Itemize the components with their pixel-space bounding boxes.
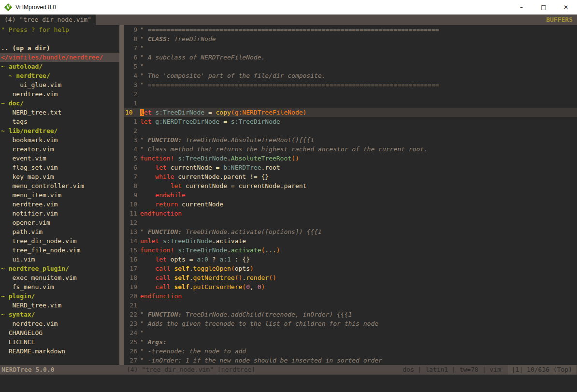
tree-file-item[interactable]: creator.vim: [0, 145, 119, 154]
code-text: endfunction: [140, 291, 182, 301]
line-number: 26: [124, 347, 140, 356]
vertical-split-separator[interactable]: [119, 25, 124, 365]
code-line[interactable]: 7": [124, 44, 577, 53]
code-line[interactable]: 5function! s:TreeDirNode.AbsoluteTreeRoo…: [124, 154, 577, 163]
code-text: unlet s:TreeDirNode.activate: [140, 236, 246, 246]
tree-file-item[interactable]: menu_item.vim: [0, 190, 119, 200]
code-text: call self.getNerdtree().render(): [140, 273, 276, 282]
code-line[interactable]: 2: [124, 89, 577, 99]
nerdtree-version-status: NERDTree 5.0.0: [0, 365, 124, 375]
tabline: (4) "tree_dir_node.vim" BUFFERS: [0, 15, 577, 25]
tree-file-item[interactable]: NERD_tree.vim: [0, 301, 119, 310]
tree-file-item[interactable]: LICENCE: [0, 337, 119, 347]
tree-dir-item[interactable]: ~ nerdtree_plugin/: [0, 264, 119, 273]
line-number: 19: [124, 282, 140, 291]
code-line[interactable]: 2: [124, 126, 577, 135]
buffers-label: BUFFERS: [542, 15, 577, 25]
tree-file-item[interactable]: tags: [0, 117, 119, 126]
tree-dir-item[interactable]: ~ lib/nerdtree/: [0, 126, 119, 135]
tree-file-item[interactable]: menu_controller.vim: [0, 181, 119, 190]
code-line[interactable]: 25" Args:: [124, 337, 577, 347]
code-line[interactable]: 26" -treenode: the node to add: [124, 347, 577, 356]
code-line[interactable]: 8" CLASS: TreeDirNode: [124, 34, 577, 44]
code-line[interactable]: 24": [124, 328, 577, 337]
line-number: 11: [124, 209, 140, 218]
close-button[interactable]: ✕: [555, 0, 577, 15]
code-text: while currentNode.parent != {}: [140, 172, 269, 181]
code-line[interactable]: 10 return currentNode: [124, 200, 577, 209]
code-line[interactable]: 17 call self.toggleOpen(opts): [124, 264, 577, 273]
code-line[interactable]: 9 endwhile: [124, 190, 577, 200]
code-line[interactable]: 1let g:NERDTreeDirNode = s:TreeDirNode: [124, 117, 577, 126]
line-number: 4: [124, 71, 140, 80]
tree-file-item[interactable]: ui_glue.vim: [0, 80, 119, 89]
code-text: " FUNCTION: TreeDirNode.addChild(treenod…: [140, 310, 352, 319]
tree-file-item[interactable]: flag_set.vim: [0, 163, 119, 172]
code-line[interactable]: 22" FUNCTION: TreeDirNode.addChild(treen…: [124, 310, 577, 319]
tree-dir-item[interactable]: ~ syntax/: [0, 310, 119, 319]
code-line[interactable]: 19 call self.putCursorHere(0, 0): [124, 282, 577, 291]
tree-file-item[interactable]: event.vim: [0, 154, 119, 163]
code-line[interactable]: 14unlet s:TreeDirNode.activate: [124, 236, 577, 246]
line-number: 12: [124, 218, 140, 227]
tree-file-item[interactable]: tree_file_node.vim: [0, 246, 119, 255]
tree-file-item[interactable]: ui.vim: [0, 255, 119, 264]
tree-file-item[interactable]: key_map.vim: [0, 172, 119, 181]
code-line[interactable]: 1: [124, 99, 577, 108]
tree-file-item[interactable]: opener.vim: [0, 218, 119, 227]
code-line[interactable]: 27" -inOrder: 1 if the new node should b…: [124, 356, 577, 365]
tab-tree-dir-node[interactable]: (4) "tree_dir_node.vim": [0, 15, 96, 25]
code-line[interactable]: 6 let currentNode = b:NERDTree.root: [124, 163, 577, 172]
code-line[interactable]: 3" FUNCTION: TreeDirNode.AbsoluteTreeRoo…: [124, 135, 577, 145]
tree-file-item[interactable]: README.markdown: [0, 347, 119, 356]
code-line[interactable]: 15function! s:TreeDirNode.activate(...): [124, 246, 577, 255]
code-line[interactable]: 11endfunction: [124, 209, 577, 218]
code-line[interactable]: 21: [124, 301, 577, 310]
tree-up-dir[interactable]: .. (up a dir): [0, 44, 119, 53]
tree-help-line[interactable]: " Press ? for help: [0, 25, 119, 34]
code-text: " FUNCTION: TreeDirNode.AbsoluteTreeRoot…: [140, 135, 314, 145]
code-line[interactable]: 10let s:TreeDirNode = copy(g:NERDTreeFil…: [124, 108, 577, 117]
tree-file-item[interactable]: fs_menu.vim: [0, 282, 119, 291]
code-line[interactable]: 13" FUNCTION: TreeDirNode.activate([opti…: [124, 227, 577, 236]
maximize-button[interactable]: □: [533, 0, 555, 15]
code-text: let currentNode = b:NERDTree.root: [140, 163, 280, 172]
editor-buffer[interactable]: 9" =====================================…: [124, 25, 577, 365]
window-title: Vi IMproved 8.0: [15, 4, 56, 11]
tree-file-item[interactable]: notifier.vim: [0, 209, 119, 218]
code-line[interactable]: 23" Adds the given treenode to the list …: [124, 319, 577, 328]
tree-dir-item[interactable]: ~ plugin/: [0, 291, 119, 301]
tree-file-item[interactable]: nerdtree.vim: [0, 200, 119, 209]
tree-dir-item[interactable]: ~ autoload/: [0, 62, 119, 71]
code-text: function! s:TreeDirNode.AbsoluteTreeRoot…: [140, 154, 299, 163]
code-line[interactable]: 4" The 'composite' part of the file/dir …: [124, 71, 577, 80]
code-line[interactable]: 12: [124, 218, 577, 227]
code-line[interactable]: 5": [124, 62, 577, 71]
tree-file-item[interactable]: tree_dir_node.vim: [0, 236, 119, 246]
tree-file-item[interactable]: exec_menuitem.vim: [0, 273, 119, 282]
tree-dir-item[interactable]: ~ doc/: [0, 99, 119, 108]
tree-file-item[interactable]: CHANGELOG: [0, 328, 119, 337]
tree-file-item[interactable]: NERD_tree.txt: [0, 108, 119, 117]
minimize-button[interactable]: –: [510, 0, 533, 15]
statusline: NERDTree 5.0.0 (4) "tree_dir_node.vim" […: [0, 365, 577, 375]
tree-file-item[interactable]: bookmark.vim: [0, 135, 119, 145]
code-line[interactable]: 9" =====================================…: [124, 25, 577, 34]
tree-root-path[interactable]: </vimfiles/bundle/nerdtree/: [0, 53, 119, 62]
code-line[interactable]: 6" A subclass of NERDTreeFileNode.: [124, 53, 577, 62]
code-line[interactable]: 4" Class method that returns the highest…: [124, 145, 577, 154]
code-line[interactable]: 16 let opts = a:0 ? a:1 : {}: [124, 255, 577, 264]
code-text: ": [140, 62, 144, 71]
line-number: 8: [124, 181, 140, 190]
tree-file-item[interactable]: nerdtree.vim: [0, 89, 119, 99]
code-line[interactable]: 8 let currentNode = currentNode.parent: [124, 181, 577, 190]
code-line[interactable]: 3" =====================================…: [124, 80, 577, 89]
tree-file-item[interactable]: path.vim: [0, 227, 119, 236]
code-line[interactable]: 7 while currentNode.parent != {}: [124, 172, 577, 181]
code-line[interactable]: 18 call self.getNerdtree().render(): [124, 273, 577, 282]
code-line[interactable]: 20endfunction: [124, 291, 577, 301]
command-line[interactable]: [0, 375, 577, 392]
code-text: " Adds the given treenode to the list of…: [140, 319, 378, 328]
tree-file-item[interactable]: nerdtree.vim: [0, 319, 119, 328]
tree-dir-item[interactable]: ~ nerdtree/: [0, 71, 119, 80]
